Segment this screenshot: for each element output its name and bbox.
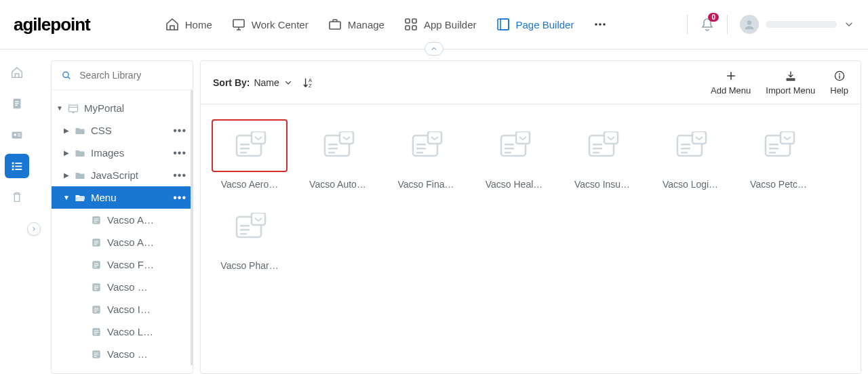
tree-node-javascript[interactable]: ▶JavaScript••• [52, 164, 191, 186]
sort-by-label: Sort By: [213, 77, 250, 88]
collapse-topnav-button[interactable] [425, 42, 443, 56]
tree-node-css[interactable]: ▶CSS••• [52, 119, 191, 142]
caret-icon: ▶ [62, 149, 71, 157]
menu-file-icon [90, 326, 103, 338]
nav-home[interactable]: Home [165, 17, 212, 32]
nav-app-builder[interactable]: App Builder [403, 17, 477, 32]
folder-icon [73, 169, 87, 182]
caret-icon: ▼ [56, 104, 64, 112]
menu-card[interactable]: Vacso Phar… [212, 198, 288, 271]
card-label: Vacso Insu… [574, 179, 630, 190]
library-sidebar: ▼MyPortal▶CSS•••▶Images•••▶JavaScript•••… [51, 60, 193, 374]
apps-icon [403, 17, 418, 32]
info-icon [833, 69, 846, 83]
tree-node-vacso-[interactable]: Vacso … [52, 276, 191, 298]
menu-card[interactable]: Vacso Fina… [388, 117, 464, 190]
portal-icon [66, 102, 80, 115]
notifications-button[interactable]: 0 [700, 17, 715, 32]
home-icon [165, 17, 180, 32]
menu-thumb-icon [741, 119, 816, 172]
card-label: Vacso Auto… [309, 179, 366, 190]
document-icon [10, 97, 24, 110]
rail-home-outline[interactable] [5, 60, 29, 85]
divider [687, 15, 688, 34]
nav-page-builder[interactable]: Page Builder [496, 17, 574, 32]
user-menu[interactable] [740, 15, 854, 34]
folder-icon [73, 147, 87, 159]
content-toolbar: Sort By: Name Add MenuImport MenuHelp [201, 61, 861, 104]
tree-node-vacso-a-[interactable]: Vacso A… [52, 231, 191, 253]
help-button[interactable]: Help [830, 69, 848, 96]
import-menu-button[interactable]: Import Menu [766, 69, 815, 96]
menu-thumb-icon [476, 119, 552, 172]
rail-trash[interactable] [5, 185, 29, 209]
node-label: Menu [91, 192, 173, 203]
menu-card[interactable]: Vacso Auto… [300, 117, 376, 190]
card-label: Vacso Fina… [398, 179, 454, 190]
tree-node-vacso-l-[interactable]: Vacso L… [52, 320, 191, 343]
menu-card[interactable]: Vacso Petc… [741, 117, 816, 190]
menu-card[interactable]: Vacso Aero… [212, 117, 288, 190]
action-label: Help [830, 85, 848, 96]
node-label: Vacso F… [107, 259, 186, 270]
card-label: Vacso Aero… [221, 179, 279, 190]
content-panel: Sort By: Name Add MenuImport MenuHelp Va… [200, 60, 861, 374]
expand-rail-button[interactable] [27, 222, 41, 236]
download-icon [785, 69, 797, 83]
node-actions[interactable]: ••• [173, 192, 186, 204]
notification-badge: 0 [708, 13, 719, 22]
node-label: CSS [91, 125, 173, 136]
node-actions[interactable]: ••• [173, 125, 186, 137]
toolbar-actions: Add MenuImport MenuHelp [711, 69, 848, 96]
sort-field: Name [254, 77, 279, 88]
nav-manage[interactable]: Manage [328, 17, 384, 32]
node-label: Vacso I… [107, 304, 186, 315]
tree-node-myportal[interactable]: ▼MyPortal [52, 97, 191, 119]
folder-icon [73, 125, 87, 137]
monitor-icon [231, 17, 246, 32]
menu-file-icon [90, 259, 103, 271]
menu-file-icon [90, 304, 103, 316]
node-label: MyPortal [84, 102, 186, 114]
tree-node-vacso-f-[interactable]: Vacso F… [52, 253, 191, 276]
card-label: Vacso Petc… [750, 179, 807, 190]
tree-node-vacso-[interactable]: Vacso … [52, 343, 191, 365]
sort-direction-button[interactable] [302, 76, 316, 89]
nav-label: App Builder [424, 19, 477, 30]
sort-by-control[interactable]: Sort By: Name [213, 77, 293, 88]
menu-card[interactable]: Vacso Insu… [564, 117, 640, 190]
tree-node-vacso-a-[interactable]: Vacso A… [52, 209, 191, 231]
search-library-input[interactable] [79, 70, 183, 81]
add-menu-button[interactable]: Add Menu [711, 69, 751, 96]
divider [727, 15, 728, 34]
rail-id-card[interactable] [5, 123, 29, 147]
node-actions[interactable]: ••• [173, 147, 186, 159]
rail-list[interactable] [5, 154, 29, 178]
menu-thumb-icon [652, 119, 728, 172]
menu-card[interactable]: Vacso Logi… [652, 117, 728, 190]
folder-open-icon [73, 192, 87, 204]
list-icon [10, 159, 24, 173]
menu-thumb-icon [212, 119, 288, 172]
menu-file-icon [90, 348, 103, 360]
caret-icon: ▶ [62, 171, 71, 179]
tree-node-images[interactable]: ▶Images••• [52, 142, 191, 164]
menu-thumb-icon [300, 119, 376, 172]
avatar [740, 15, 759, 34]
node-label: Vacso A… [107, 236, 186, 248]
nav-work-center[interactable]: Work Center [231, 17, 309, 32]
search-icon [61, 69, 71, 81]
node-actions[interactable]: ••• [173, 169, 186, 182]
layout-icon [496, 17, 511, 32]
nav-more-button[interactable] [593, 17, 608, 32]
menu-grid: Vacso Aero…Vacso Auto…Vacso Fina…Vacso H… [201, 104, 861, 283]
menu-thumb-icon [388, 119, 464, 172]
nav-label: Home [185, 19, 212, 30]
menu-file-icon [90, 281, 103, 293]
rail-document[interactable] [5, 91, 29, 116]
tree-node-menu[interactable]: ▼Menu••• [52, 186, 191, 209]
library-tree: ▼MyPortal▶CSS•••▶Images•••▶JavaScript•••… [52, 90, 193, 365]
tree-node-vacso-i-[interactable]: Vacso I… [52, 298, 191, 320]
card-label: Vacso Phar… [220, 260, 278, 271]
menu-card[interactable]: Vacso Heal… [476, 117, 552, 190]
